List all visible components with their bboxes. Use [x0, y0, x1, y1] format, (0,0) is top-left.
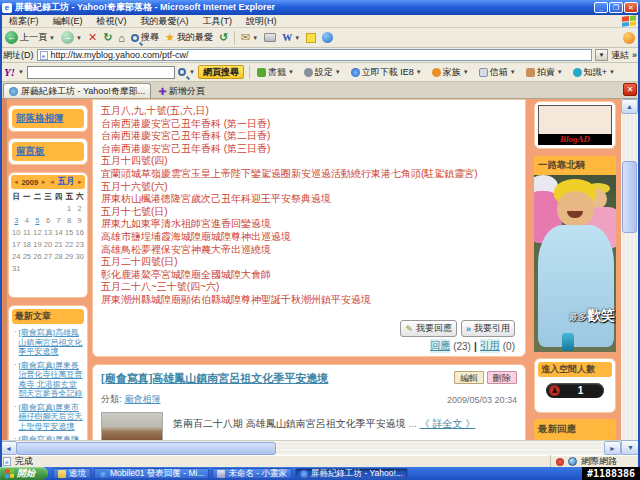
- schedule-line-3: 台南西港慶安宮己丑年香科 (第三日香): [101, 143, 517, 156]
- msn-button[interactable]: [621, 31, 637, 45]
- back-button[interactable]: ←上一頁▼: [3, 30, 57, 45]
- yahoo-search-input[interactable]: [27, 66, 175, 79]
- home-icon: ⌂: [118, 32, 125, 44]
- menu-item-2[interactable]: 檢視(V): [90, 15, 134, 28]
- taskbar-task-1[interactable]: Mobile01 發表回覆 - Mi...: [94, 468, 209, 479]
- notes-button[interactable]: [304, 32, 318, 44]
- schedule-line-6: 五月十六號(六): [101, 181, 517, 194]
- replies-link[interactable]: 回應: [430, 339, 450, 353]
- print-button[interactable]: [262, 32, 278, 43]
- caret-icon: ▼: [510, 69, 516, 75]
- yahoo-item-0[interactable]: 書籤▼: [255, 66, 296, 79]
- calendar-day[interactable]: 5: [32, 215, 43, 227]
- scroll-left-button[interactable]: ◄: [0, 441, 17, 455]
- delete-button[interactable]: 刪除: [487, 371, 517, 384]
- printer-icon: [264, 33, 276, 42]
- yahoo-item-4[interactable]: 信箱▼: [477, 66, 518, 79]
- edit-button[interactable]: 編輯: [454, 371, 484, 384]
- yahoo-item-5[interactable]: 拍賣▼: [524, 66, 565, 79]
- window-title: 屏藝紀錄工坊 - Yahoo!奇摩部落格 - Microsoft Interne…: [15, 1, 275, 14]
- minimize-button[interactable]: _: [594, 2, 608, 13]
- scroll-right-button[interactable]: ►: [604, 441, 621, 455]
- article-thumbnail[interactable]: [101, 412, 163, 440]
- edit-with-word-button[interactable]: W▼: [280, 31, 302, 44]
- scroll-up-button[interactable]: ▲: [621, 99, 638, 114]
- schedule-line-5: 宜蘭頭城草嶺慶雲宮玉皇上帝陛下鑾駕遶圈新安巡遶活動繞行東港七角頭(駐駕鎮靈宮): [101, 168, 517, 181]
- star-icon: ★: [165, 31, 175, 44]
- restore-button[interactable]: ❐: [609, 2, 623, 13]
- menu-item-4[interactable]: 工具(T): [196, 15, 240, 28]
- cyclists-photo[interactable]: 最多歡笑: [534, 175, 616, 352]
- calendar-day[interactable]: 3: [11, 215, 22, 227]
- list-item: ‧[廟會寫真]屏東市楠仔樹腳天后宮天上聖母平安遶境: [14, 403, 83, 432]
- quote-button[interactable]: »我要引用: [461, 320, 515, 337]
- menu-item-1[interactable]: 編輯(E): [46, 15, 90, 28]
- menu-bar: 檔案(F)編輯(E)檢視(V)我的最愛(A)工具(T)說明(H): [0, 15, 640, 28]
- reply-button[interactable]: ✎我要回應: [400, 320, 457, 337]
- next-year-icon[interactable]: ►: [41, 179, 47, 185]
- new-tab-button[interactable]: ✚ 新增分頁: [153, 84, 209, 98]
- article-title-link[interactable]: [廟會寫真]高雄鳳山鎮南宮呂祖文化季平安遶境: [101, 371, 328, 386]
- refresh-button[interactable]: ↻: [101, 30, 114, 45]
- page-left-strip: [2, 99, 7, 440]
- visitors-widget: 進入空間人數 ♟ 1: [534, 358, 616, 413]
- vertical-scroll-thumb[interactable]: [622, 161, 637, 233]
- vertical-scrollbar[interactable]: ▲: [621, 99, 638, 440]
- stop-button[interactable]: ✕: [86, 30, 99, 45]
- tab-active[interactable]: 屏藝紀錄工坊 - Yahoo!奇摩部...: [3, 83, 151, 98]
- horizontal-scroll-thumb[interactable]: [16, 442, 276, 455]
- yahoo-item-1[interactable]: 設定▼: [302, 66, 343, 79]
- forward-button[interactable]: →▼: [59, 30, 84, 45]
- blogad-banner[interactable]: [538, 105, 612, 134]
- calendar-day-header: 四: [53, 191, 64, 203]
- prev-month-icon[interactable]: ◄: [49, 179, 55, 185]
- address-input[interactable]: e http://tw.myblog.yahoo.com/ptf-cw/: [37, 49, 592, 61]
- yahoo-item-3[interactable]: 家族▼: [430, 66, 471, 79]
- web-search-button[interactable]: 網頁搜尋: [198, 65, 244, 79]
- yahoo-item-2[interactable]: 立即下載 IE8▼: [349, 66, 424, 79]
- guestbook-link[interactable]: 留言板: [16, 145, 45, 158]
- yahoo-logo[interactable]: Y!: [4, 66, 15, 78]
- menu-item-0[interactable]: 檔案(F): [2, 15, 46, 28]
- start-button[interactable]: 開始: [0, 467, 48, 480]
- latest-posts-header: 最新文章: [12, 309, 84, 324]
- menu-item-5[interactable]: 說明(H): [239, 15, 284, 28]
- category-link[interactable]: 廟會相簿: [125, 393, 161, 406]
- prev-year-icon[interactable]: ◄: [13, 179, 19, 185]
- photo-counter-overlay: #1188386: [582, 467, 640, 480]
- menu-item-3[interactable]: 我的最愛(A): [134, 15, 196, 28]
- yahoo-item-6[interactable]: 知識+▼: [571, 66, 617, 79]
- post-link-1[interactable]: [廟會寫真]屏東長治普化寺往萬豆普庵寺 北港振玄堂 朝天宮參香全記錄: [19, 361, 83, 399]
- yahoo-search-caret-icon[interactable]: ▼: [189, 69, 195, 75]
- messenger-button[interactable]: [320, 31, 335, 44]
- tabbar-close-button[interactable]: ✕: [623, 83, 637, 96]
- history-button[interactable]: ↺: [217, 30, 230, 45]
- address-dropdown-button[interactable]: ▼: [595, 49, 608, 61]
- links-chevron-icon[interactable]: »: [632, 50, 637, 60]
- horizontal-scrollbar[interactable]: ◄ ►: [0, 440, 621, 455]
- favorites-button[interactable]: ★我的最愛: [163, 30, 215, 45]
- taskbar-task-3[interactable]: 屏藝紀錄工坊 - Yahoo!...: [295, 468, 408, 479]
- calendar-day: [74, 263, 85, 275]
- schedule-line-2: 台南西港慶安宮己丑年香科 (第二日香): [101, 130, 517, 143]
- quote-button-label: 我要引用: [474, 322, 510, 335]
- trackback-link[interactable]: 引用: [480, 339, 500, 353]
- blogad-label[interactable]: BlogAD: [538, 134, 612, 145]
- album-link[interactable]: 部落格相簿: [16, 112, 64, 125]
- search-button[interactable]: 搜尋: [129, 30, 161, 45]
- yahoo-logo-caret-icon[interactable]: ▼: [18, 69, 24, 75]
- list-item: ‧[廟會寫真]屏東長治普化寺往萬豆普庵寺 北港振玄堂 朝天宮參香全記錄: [14, 361, 83, 399]
- post-link-2[interactable]: [廟會寫真]屏東市楠仔樹腳天后宮天上聖母平安遶境: [19, 403, 83, 432]
- mail-button[interactable]: ✉▼: [239, 30, 260, 45]
- calendar-day: 11: [22, 227, 33, 239]
- taskbar-task-2[interactable]: 未命名 - 小畫家: [212, 468, 292, 479]
- yahoo-search-icon[interactable]: [178, 68, 186, 76]
- history-icon: ↺: [219, 31, 228, 44]
- taskbar-task-0[interactable]: 遶境: [53, 468, 91, 479]
- next-month-icon[interactable]: ►: [77, 179, 83, 185]
- read-more-link[interactable]: 《 詳全文 》: [420, 418, 476, 429]
- ie-icon: [351, 68, 360, 77]
- post-link-0[interactable]: [廟會寫真]高雄鳳山鎮南宮呂祖文化季平安遶境: [19, 328, 83, 357]
- close-button[interactable]: ✕: [624, 2, 638, 13]
- home-button[interactable]: ⌂: [116, 31, 127, 45]
